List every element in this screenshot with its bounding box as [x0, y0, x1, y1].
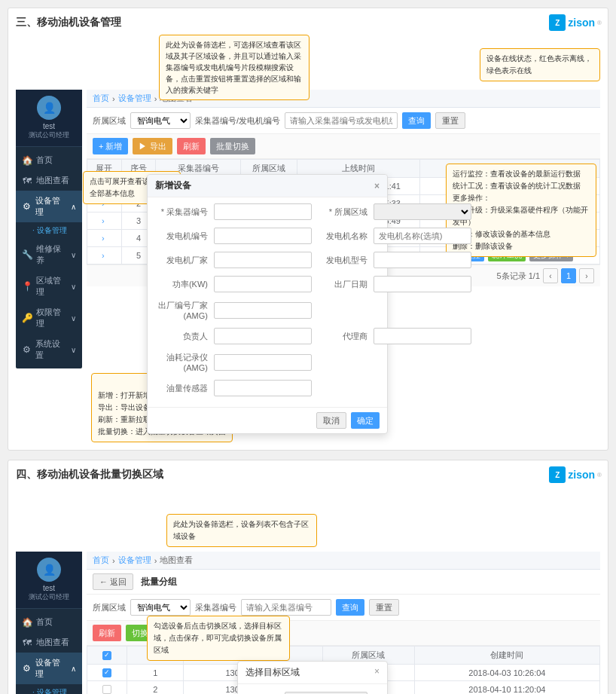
row-checkbox-2[interactable]	[102, 685, 111, 694]
expand-5[interactable]: ›	[87, 247, 122, 264]
collector-label-2: 采集器编号	[195, 602, 236, 613]
sidebar-item-area-1[interactable]: 📍 区域管理 ∨	[16, 271, 82, 302]
select-all-checkbox[interactable]	[102, 651, 111, 660]
expand-4[interactable]: ›	[87, 230, 122, 247]
collector-input-1[interactable]	[285, 112, 398, 129]
collector-input-2[interactable]	[241, 599, 331, 616]
avatar-1: 👤	[37, 96, 61, 120]
zison-icon-2: Z	[549, 466, 566, 483]
dinput-date[interactable]	[374, 276, 471, 292]
section2-title: 四、移动油机设备批量切换区域	[16, 468, 600, 482]
map-icon-1: 🗺	[22, 176, 32, 186]
next-page-1[interactable]: ›	[579, 268, 594, 283]
check-2[interactable]	[87, 681, 127, 695]
page-title-2: 批量分组	[141, 576, 177, 589]
settings-icon-1: ⚙	[22, 344, 32, 355]
refresh-button-1[interactable]: 刷新	[177, 138, 206, 154]
reset-button-2[interactable]: 重置	[369, 599, 399, 616]
refresh-button-2[interactable]: 刷新	[93, 625, 121, 641]
target-dialog-close[interactable]: ×	[374, 666, 380, 679]
dinput-model[interactable]	[374, 252, 471, 268]
back-button-2[interactable]: ← 返回	[93, 573, 133, 590]
dialog-field-2: * 所属区域	[315, 203, 471, 220]
sidebar-item-map-1[interactable]: 🗺 地图查看	[16, 170, 82, 191]
area-label-2: 所属区域	[93, 602, 126, 613]
dlabel-1: * 采集器编号	[155, 206, 208, 218]
map-label-1: 地图查看	[36, 175, 69, 186]
time2-1: 2018-04-03 10:26:04	[414, 665, 599, 681]
zison-logo-2: Z zison ®	[549, 466, 602, 483]
bc-home-2: 首页	[93, 555, 109, 566]
add-device-dialog: 新增设备 × * 采集器编号 * 所属区域	[147, 174, 388, 434]
zison-superscript-2: ®	[597, 472, 602, 478]
tooltip-select-2: 勾选设备后点击切换区域，选择目标区域，点击保存，即可完成切换设备所属区域	[147, 616, 290, 661]
zison-logo-text-2: zison	[568, 469, 595, 481]
dialog-field-1: * 采集器编号	[155, 203, 312, 220]
dialog-cancel-1[interactable]: 取消	[316, 412, 346, 429]
sidebar-item-maintenance-1[interactable]: 🔧 维修保养 ∨	[16, 239, 82, 271]
dialog-confirm-1[interactable]: 确定	[351, 412, 380, 429]
prev-page-1[interactable]: ‹	[543, 268, 558, 283]
sidebar-item-device-2[interactable]: ⚙ 设备管理 ∧	[16, 653, 82, 684]
user-profile-2: 👤 test测试公司经理	[16, 552, 82, 609]
maintenance-icon-1: 🔧	[22, 249, 32, 260]
sidebar-item-home-2[interactable]: 🏠 首页	[16, 612, 82, 632]
dlabel-10: 负责人	[155, 331, 208, 342]
dinput-manufacturer[interactable]	[214, 252, 312, 268]
dlabel-2: * 所属区域	[315, 206, 367, 218]
breadcrumb-2: 首页 › 设备管理 › 地图查看	[87, 552, 600, 570]
expand-3[interactable]: ›	[87, 212, 122, 230]
dinput-person[interactable]	[214, 328, 312, 344]
search-button-1[interactable]: 查询	[402, 112, 431, 129]
th-time-2: 创建时间	[414, 647, 599, 665]
current-page-1[interactable]: 1	[561, 268, 576, 283]
dinput-factory-id[interactable]	[214, 302, 312, 319]
device-label-2: 设备管理	[35, 657, 67, 680]
dinput-gen-id[interactable]	[214, 228, 312, 244]
dinput-gen-name[interactable]	[374, 228, 471, 244]
sidebar-item-auth-1[interactable]: 🔑 权限管理 ∨	[16, 302, 82, 334]
bc-device-2: 设备管理	[118, 555, 151, 566]
dlabel-4: 发电机名称	[315, 231, 367, 242]
area-label-1: 区域管理	[36, 275, 67, 298]
sidebar-item-device-1[interactable]: ⚙ 设备管理 ∧	[16, 191, 82, 222]
dinput-area[interactable]	[374, 203, 471, 220]
dialog-title-1: 新增设备	[155, 179, 191, 192]
sidebar-subitem-device-2[interactable]: · 设备管理	[16, 684, 82, 694]
th-check-2[interactable]	[87, 647, 127, 665]
username-2: test测试公司经理	[20, 584, 78, 602]
export-button-1[interactable]: ▶ 导出	[133, 138, 172, 154]
dlabel-12: 油耗记录仪(AMG)	[155, 352, 208, 372]
sidebar-2: 👤 test测试公司经理 🏠 首页 🗺 地图查看 ⚙ 设备管理	[16, 552, 82, 694]
settings-label-1: 系统设置	[35, 338, 67, 361]
username-1: test测试公司经理	[20, 122, 78, 140]
dialog-close-1[interactable]: ×	[374, 181, 380, 191]
menu-1: 🏠 首页 🗺 地图查看 ⚙ 设备管理 ∧ · 设备管理	[16, 147, 82, 368]
time2-2: 2018-04-10 11:20:04	[414, 681, 599, 695]
home-label-1: 首页	[36, 154, 53, 166]
pagination-total-1: 5条记录 1/1	[497, 271, 540, 282]
add-button-1[interactable]: + 新增	[93, 138, 128, 154]
area-select-1[interactable]: 智询电气	[130, 112, 191, 129]
main-area-2: 首页 › 设备管理 › 地图查看 ← 返回 批量分组 所属区域 智询电气	[87, 552, 600, 694]
dinput-agent[interactable]	[374, 328, 471, 344]
sidebar-subitem-device-1[interactable]: · 设备管理	[16, 222, 82, 239]
dinput-collector[interactable]	[214, 203, 312, 220]
area-select-2[interactable]: 智询电气	[130, 599, 191, 616]
sidebar-item-home-1[interactable]: 🏠 首页	[16, 150, 82, 170]
sidebar-item-map-2[interactable]: 🗺 地图查看	[16, 632, 82, 653]
dlabel-6: 发电机型号	[315, 255, 367, 266]
dinput-sensor[interactable]	[214, 380, 312, 396]
batch-button-1[interactable]: 批量切换	[210, 138, 255, 154]
sidebar-item-settings-1[interactable]: ⚙ 系统设置 ∨	[16, 334, 82, 365]
dinput-fuel[interactable]	[214, 354, 312, 371]
check-1[interactable]	[87, 665, 127, 681]
reset-button-1[interactable]: 重置	[435, 112, 465, 129]
dialog-field-9: 出厂编号厂家(AMG)	[155, 300, 471, 320]
dialog-field-3: 发电机编号	[155, 228, 312, 244]
row-checkbox-1[interactable]	[102, 668, 111, 677]
search-button-2[interactable]: 查询	[336, 599, 364, 616]
dinput-power[interactable]	[214, 276, 312, 292]
tooltip-status-1: 设备在线状态，红色表示离线，绿色表示在线	[480, 48, 600, 81]
auth-label-1: 权限管理	[36, 307, 67, 329]
